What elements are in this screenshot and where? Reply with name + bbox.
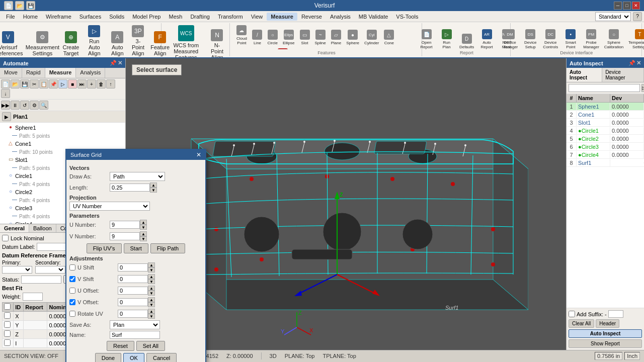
sg-v-shift-input[interactable] [118, 275, 148, 283]
sg-u-offset-check[interactable] [69, 288, 75, 294]
sg-u-input[interactable] [110, 221, 140, 229]
menu-mb-validate[interactable]: MB Validate [355, 13, 392, 21]
run-btn[interactable]: ▷ [58, 79, 67, 88]
auto-inspect-run-btn[interactable]: Auto Inspect [569, 329, 642, 338]
sphere-calibration-btn[interactable]: ○ SphereCalibration [602, 28, 625, 50]
row-check[interactable] [3, 312, 14, 321]
sg-close-btn[interactable]: ✕ [196, 151, 201, 158]
save-plan-btn[interactable]: 💾 [20, 79, 29, 88]
run-auto-align-btn[interactable]: ▷ Run AutoAlign [82, 24, 107, 57]
maximize-btn[interactable]: □ [623, 2, 631, 10]
filter-btn[interactable]: 🔍 [39, 101, 48, 110]
sg-rotate-input[interactable] [118, 310, 148, 318]
menu-analysis[interactable]: Analysis [326, 13, 355, 21]
cone-btn[interactable]: △ Cone [382, 29, 396, 46]
sg-set-all-btn[interactable]: Set All [136, 341, 165, 351]
measurement-settings-btn[interactable]: ⚙ MeasurementSettings [25, 30, 60, 57]
tree-item-sphere1-path[interactable]: — Path: 5 points [1, 132, 124, 140]
open-plan-btn[interactable]: 📂 [11, 79, 20, 88]
row-check[interactable] [3, 339, 14, 348]
sg-draw-as-select[interactable]: Path Vector [110, 172, 165, 181]
sg-v-input[interactable] [110, 232, 140, 240]
plan-collapse-btn[interactable]: ▶ [2, 112, 11, 121]
status-input[interactable] [21, 276, 61, 284]
help-icon[interactable]: ? [633, 12, 642, 21]
menu-transform[interactable]: Transform [214, 13, 247, 21]
auto-run-btn[interactable]: ▶▶ [1, 101, 10, 110]
circle-btn[interactable]: ○ Circle [265, 29, 279, 46]
copy-btn[interactable]: 📋 [39, 79, 48, 88]
menu-home[interactable]: Home [19, 13, 42, 21]
menu-solids[interactable]: Solids [105, 13, 128, 21]
ai-row-slot1[interactable]: 3 Slot1 0.0000 [567, 119, 644, 127]
tab-analysis[interactable]: Analysis [76, 68, 105, 78]
sg-u-shift-input[interactable] [118, 263, 148, 272]
sg-rot-up[interactable]: ▲ [148, 309, 155, 314]
sg-length-down[interactable]: ▼ [150, 188, 157, 193]
menu-measure[interactable]: Measure [267, 13, 297, 21]
menu-file[interactable]: File [2, 13, 19, 21]
new-btn[interactable]: 📄 [4, 1, 13, 10]
sg-ok-btn[interactable]: OK [123, 353, 144, 362]
sg-v-down[interactable]: ▼ [140, 236, 147, 241]
sg-ush-down[interactable]: ▼ [148, 267, 155, 273]
ai-tab-inspect[interactable]: Auto Inspect [567, 68, 602, 82]
sg-vsh-down[interactable]: ▼ [148, 279, 155, 284]
ai-pin-icon[interactable]: 📌 [628, 60, 635, 66]
ai-row-sphere1[interactable]: 1 Sphere1 0.0000 [567, 103, 644, 111]
verisurf-preferences-btn[interactable]: V VerisurfPreferences [0, 30, 24, 57]
tab-rapid[interactable]: Rapid [22, 68, 45, 78]
device-controls-btn[interactable]: DC DeviceControls [541, 28, 560, 50]
sg-reset-btn[interactable]: Reset [107, 341, 134, 351]
flip-path-btn[interactable]: Flip Path [150, 243, 185, 253]
3point-align-btn[interactable]: 3P 3-PointAlign [128, 24, 148, 57]
menu-surfaces[interactable]: Surfaces [75, 13, 105, 21]
ai-row-circle4[interactable]: 7 ●Circle4 0.0000 [567, 151, 644, 159]
tree-item-sphere1[interactable]: ● Sphere1 [1, 124, 124, 132]
sg-u-offset-input[interactable] [118, 287, 148, 295]
auto-report-btn[interactable]: AR AutoReport [477, 28, 497, 50]
paste-btn[interactable]: 📌 [49, 79, 58, 88]
open-report-btn[interactable]: 📄 OpenReport [417, 28, 436, 50]
step-btn[interactable]: ⏭ [77, 79, 87, 88]
ai-row-cone1[interactable]: 2 Cone1 0.0000 [567, 111, 644, 119]
menu-reverse[interactable]: Reverse [297, 13, 326, 21]
move-down-btn[interactable]: ↓ [1, 89, 10, 98]
primary-select[interactable] [2, 266, 32, 274]
cut-btn[interactable]: ✂ [30, 79, 39, 88]
defaults-btn[interactable]: D Defaults [457, 33, 476, 50]
spline-btn[interactable]: ~ Spline [313, 29, 328, 46]
sg-done-btn[interactable]: Done [95, 353, 121, 362]
show-report-btn[interactable]: Show Report [569, 339, 642, 348]
tab-balloon[interactable]: Balloon [29, 224, 56, 232]
ai-close-icon[interactable]: ✕ [636, 60, 641, 66]
open-btn[interactable]: 📂 [15, 1, 24, 10]
header-btn[interactable]: Header [596, 319, 619, 328]
cylinder-btn[interactable]: Cyl Cylinder [362, 29, 381, 46]
ai-row-circle1[interactable]: 4 ●Circle1 0.0000 [567, 127, 644, 135]
sg-uof-down[interactable]: ▼ [148, 291, 155, 296]
stop-btn[interactable]: ■ [68, 79, 77, 88]
plane-btn[interactable]: ▱ Plane [329, 29, 343, 46]
row-check[interactable] [3, 330, 14, 339]
sg-name-input[interactable] [110, 331, 160, 339]
sg-title[interactable]: Surface Grid ✕ [66, 150, 205, 160]
npoint-align-btn[interactable]: N N-PointAlign [207, 28, 226, 57]
ai-tab-device[interactable]: Device Manager [602, 68, 644, 82]
auto-align-btn[interactable]: A AutoAlign [108, 30, 127, 57]
settings2-btn[interactable]: ⚙ [30, 101, 39, 110]
sg-uof-up[interactable]: ▲ [148, 286, 155, 291]
ai-row-circle3[interactable]: 6 ●Circle3 0.0000 [567, 143, 644, 151]
menu-model-prep[interactable]: Model Prep [128, 13, 165, 21]
sg-vsh-up[interactable]: ▲ [148, 274, 155, 279]
tree-item-cone1[interactable]: △ Cone1 [1, 140, 124, 148]
sg-u-up[interactable]: ▲ [140, 220, 147, 225]
tab-measure[interactable]: Measure [45, 68, 76, 78]
device-manager-btn[interactable]: DM DeviceManager [500, 28, 520, 50]
create-target-btn[interactable]: ⊕ CreateTarget [61, 30, 81, 57]
menu-wireframe[interactable]: Wireframe [42, 13, 75, 21]
delete-btn[interactable]: 🗑 [97, 79, 106, 88]
automate-close-icon[interactable]: ✕ [118, 60, 122, 66]
close-btn[interactable]: ✕ [632, 2, 640, 10]
menu-view[interactable]: View [247, 13, 267, 21]
